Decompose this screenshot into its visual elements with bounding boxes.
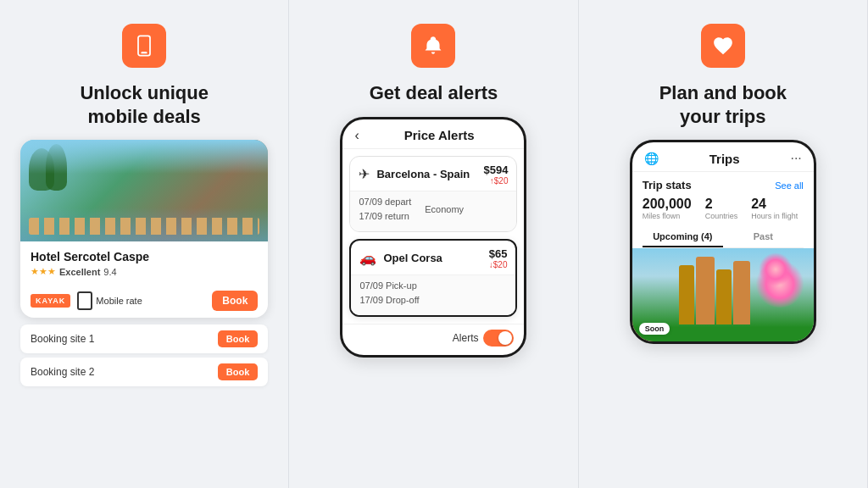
price-alerts-phone: ‹ Price Alerts ✈ Barcelona - Spain $594 … <box>340 117 526 358</box>
countries-label: Countries <box>705 212 738 220</box>
hotel-footer: KAYAK Mobile rate Book <box>20 291 268 318</box>
car-dates: 07/09 Pick-up17/09 Drop-off <box>359 279 419 308</box>
trip-stats-row: Trip stats See all <box>632 172 814 195</box>
countries-value: 2 <box>705 197 738 212</box>
see-all-button[interactable]: See all <box>775 180 804 191</box>
trips-page-title: Trips <box>659 152 791 166</box>
booking-row-2: Booking site 2 Book <box>20 358 268 386</box>
mobile-device-icon <box>77 291 92 310</box>
hours-value: 24 <box>751 197 798 212</box>
book-button[interactable]: Book <box>212 291 258 311</box>
hotel-name: Hotel Sercotel Caspe <box>31 250 258 263</box>
phone-footer: Alerts <box>342 324 524 355</box>
trip-stats-title: Trip stats <box>643 179 692 191</box>
flight-class: Economy <box>425 195 464 225</box>
flight-destination: Barcelona - Spain <box>376 168 476 180</box>
panel1-title: Unlock unique mobile deals <box>80 81 209 128</box>
alerts-label: Alerts <box>453 332 479 344</box>
panel-deal-alerts: Get deal alerts ‹ Price Alerts ✈ Barcelo… <box>289 0 578 488</box>
quality-label: Excellent <box>59 267 100 277</box>
stat-countries: 2 Countries <box>705 197 738 220</box>
alerts-toggle[interactable] <box>483 330 514 347</box>
heart-icon-badge <box>701 24 745 68</box>
car-alert-bottom: 07/09 Pick-up17/09 Drop-off <box>351 274 515 315</box>
flight-icon: ✈ <box>359 166 370 182</box>
car-price-value: $65 <box>489 247 508 260</box>
phone-icon <box>132 34 156 58</box>
globe-icon: 🌐 <box>644 152 659 165</box>
hotel-card: Hotel Sercotel Caspe ★★★ Excellent 9.4 K… <box>20 140 268 318</box>
booking-site-1: Booking site 1 <box>31 333 94 345</box>
mobile-icon-badge <box>122 24 166 68</box>
car-destination: Opel Corsa <box>383 252 481 264</box>
car-icon: 🚗 <box>359 250 376 266</box>
flight-price-change: ↑$20 <box>484 176 509 186</box>
booking-site-2: Booking site 2 <box>31 366 94 378</box>
rating-score: 9.4 <box>103 267 116 277</box>
back-button[interactable]: ‹ <box>354 128 359 143</box>
panel-trips: Plan and book your trips 🌐 Trips ··· Tri… <box>579 0 868 488</box>
trips-tabs: Upcoming (4) Past <box>643 227 804 248</box>
flight-alert-bottom: 07/09 depart17/09 return Economy <box>350 191 516 231</box>
hotel-info: Hotel Sercotel Caspe ★★★ Excellent 9.4 <box>20 241 268 291</box>
stat-hours: 24 Hours in flight <box>751 197 798 220</box>
car-price-change: ↓$20 <box>489 260 508 269</box>
booking-row-1: Booking site 1 Book <box>20 324 268 353</box>
stat-miles: 200,000 Miles flown <box>643 197 692 220</box>
panel-mobile-deals: Unlock unique mobile deals Hotel Sercote… <box>0 0 289 488</box>
trips-header: 🌐 Trips ··· <box>632 142 814 172</box>
tab-upcoming[interactable]: Upcoming (4) <box>643 227 723 247</box>
bell-icon-badge <box>411 24 455 68</box>
hotel-image <box>20 140 268 241</box>
bell-icon <box>422 35 444 57</box>
toggle-knob <box>498 331 512 345</box>
phone-header: ‹ Price Alerts <box>342 119 524 149</box>
trips-destination-image: Soon <box>632 248 814 341</box>
booking-book-btn-2[interactable]: Book <box>218 363 259 380</box>
tab-past[interactable]: Past <box>723 227 804 247</box>
booking-list: Booking site 1 Book Booking site 2 Book <box>20 324 268 391</box>
star-rating: ★★★ <box>31 266 56 277</box>
trips-stats: 200,000 Miles flown 2 Countries 24 Hours… <box>632 195 814 227</box>
flight-price: $594 ↑$20 <box>484 164 509 186</box>
miles-label: Miles flown <box>643 212 692 220</box>
flight-alert-card: ✈ Barcelona - Spain $594 ↑$20 07/09 depa… <box>349 156 517 232</box>
car-price: $65 ↓$20 <box>489 247 508 269</box>
mobile-rate-text: Mobile rate <box>96 296 142 306</box>
soon-badge: Soon <box>639 323 670 335</box>
car-alert-card: 🚗 Opel Corsa $65 ↓$20 07/09 Pick-up17/09… <box>349 239 517 317</box>
flight-alert-top: ✈ Barcelona - Spain $594 ↑$20 <box>350 157 516 191</box>
more-options-icon[interactable]: ··· <box>790 151 801 166</box>
phone-page-title: Price Alerts <box>366 128 513 142</box>
trips-phone: 🌐 Trips ··· Trip stats See all 200,000 M… <box>630 140 816 344</box>
miles-value: 200,000 <box>643 197 692 212</box>
flight-price-value: $594 <box>484 164 509 176</box>
panel3-title: Plan and book your trips <box>659 81 787 128</box>
hotel-rating: ★★★ Excellent 9.4 <box>31 266 258 277</box>
kayak-logo: KAYAK <box>31 294 70 308</box>
booking-book-btn-1[interactable]: Book <box>218 330 259 347</box>
flight-dates: 07/09 depart17/09 return <box>359 195 411 225</box>
car-alert-top: 🚗 Opel Corsa $65 ↓$20 <box>351 241 515 274</box>
panel2-title: Get deal alerts <box>370 81 498 105</box>
hours-label: Hours in flight <box>751 212 798 220</box>
heart-icon <box>712 35 734 57</box>
mobile-rate: Mobile rate <box>77 291 205 310</box>
